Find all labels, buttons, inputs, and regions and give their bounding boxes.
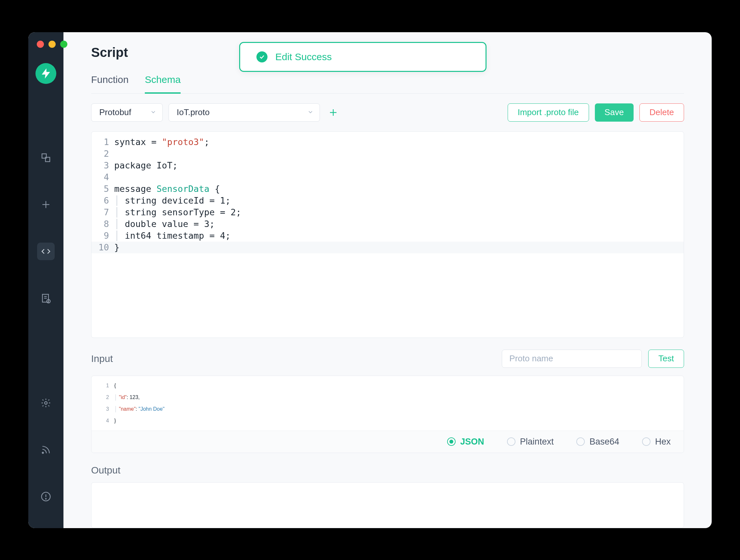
code-line: 8│ double value = 3; [91,218,684,230]
format-radio-plaintext[interactable]: Plaintext [507,437,554,447]
format-radio-json[interactable]: JSON [447,437,484,447]
sidebar-item-logs[interactable] [37,290,55,307]
schema-type-select[interactable]: Protobuf [91,103,163,122]
input-code[interactable]: 1{2│ "id": 123,3│ "name": "John Doe"4} [91,376,684,431]
sidebar [28,32,64,528]
code-line: 6│ string deviceId = 1; [91,195,684,207]
sidebar-item-help[interactable] [37,488,55,506]
code-line: 1{ [91,380,684,391]
sidebar-item-feed[interactable] [37,441,55,459]
output-label: Output [91,465,120,476]
window-close-button[interactable] [37,41,44,48]
sidebar-item-connections[interactable] [37,149,55,166]
output-box [91,482,684,528]
code-line: 5message SensorData { [91,183,684,195]
svg-point-9 [42,452,43,453]
proto-name-input[interactable] [502,350,642,368]
file-select-value: IoT.proto [177,107,209,117]
main-content: Script Edit Success FunctionSchema Proto… [64,32,712,528]
code-line: 3package IoT; [91,160,684,172]
code-line: 3│ "name": "John Doe" [91,403,684,415]
toolbar: Protobuf IoT.proto Import .proto file Sa… [91,94,684,131]
input-label: Input [91,353,113,364]
tabs: FunctionSchema [91,72,684,94]
window-zoom-button[interactable] [60,41,67,48]
delete-button[interactable]: Delete [639,103,684,122]
code-line: 9│ int64 timestamp = 4; [91,230,684,242]
code-line: 10} [91,242,684,253]
svg-point-12 [45,498,46,499]
file-select[interactable]: IoT.proto [169,103,320,122]
test-button[interactable]: Test [648,350,684,368]
tab-schema[interactable]: Schema [145,72,181,94]
chevron-down-icon [150,107,157,117]
schema-type-value: Protobuf [99,107,131,117]
format-radio-hex[interactable]: Hex [642,437,671,447]
code-line: 1syntax = "proto3"; [91,136,684,148]
code-line: 7│ string sensorType = 2; [91,207,684,218]
chevron-down-icon [307,107,314,117]
code-line: 2│ "id": 123, [91,391,684,403]
success-toast: Edit Success [239,42,486,72]
check-circle-icon [257,51,268,63]
svg-point-8 [44,402,47,404]
app-window: Script Edit Success FunctionSchema Proto… [28,32,712,528]
tab-function[interactable]: Function [91,72,128,94]
format-radio-group: JSONPlaintextBase64Hex [91,431,684,453]
code-line: 4} [91,415,684,427]
add-file-button[interactable] [326,105,341,120]
format-radio-base64[interactable]: Base64 [576,437,619,447]
input-editor: 1{2│ "id": 123,3│ "name": "John Doe"4} J… [91,375,684,453]
toast-message: Edit Success [275,51,332,63]
code-line: 2 [91,148,684,160]
save-button[interactable]: Save [595,103,634,122]
window-minimize-button[interactable] [49,41,56,48]
schema-editor[interactable]: 1syntax = "proto3";23package IoT;45messa… [91,131,684,338]
code-line: 4 [91,172,684,183]
sidebar-item-new[interactable] [37,196,55,213]
sidebar-item-script[interactable] [37,243,55,260]
window-controls [37,41,67,48]
app-logo [35,63,56,84]
import-button[interactable]: Import .proto file [507,103,589,122]
sidebar-item-settings[interactable] [37,394,55,412]
